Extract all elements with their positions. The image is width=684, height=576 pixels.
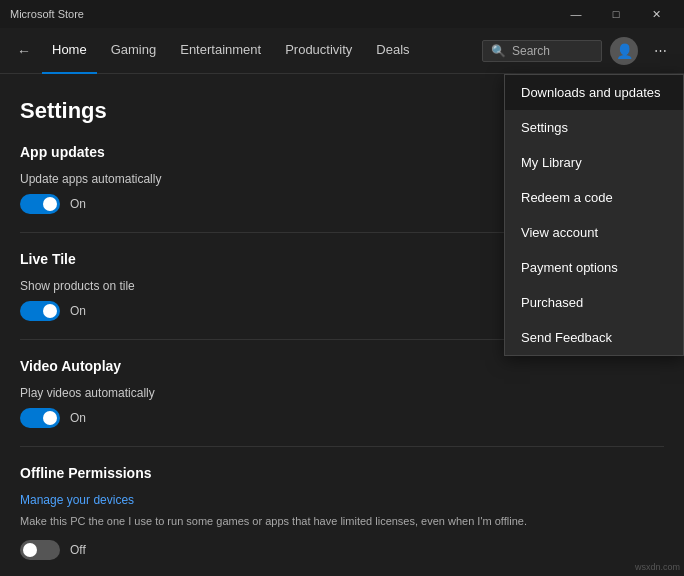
dropdown-settings[interactable]: Settings — [505, 110, 683, 145]
search-label: Search — [512, 44, 550, 58]
dropdown-menu: Downloads and updates Settings My Librar… — [504, 74, 684, 356]
nav-home[interactable]: Home — [42, 28, 97, 74]
section-video-autoplay: Video Autoplay Play videos automatically… — [20, 358, 664, 428]
dropdown-my-library[interactable]: My Library — [505, 145, 683, 180]
nav-right: 🔍 Search 👤 ⋯ — [482, 37, 674, 65]
minimize-button[interactable]: — — [556, 0, 596, 28]
main: Settings App updates Update apps automat… — [0, 74, 684, 576]
divider-3 — [20, 446, 664, 447]
search-icon: 🔍 — [491, 44, 506, 58]
back-button[interactable]: ← — [10, 37, 38, 65]
dropdown-redeem-code[interactable]: Redeem a code — [505, 180, 683, 215]
live-tile-toggle[interactable] — [20, 301, 60, 321]
video-autoplay-toggle-label: On — [70, 411, 86, 425]
titlebar: Microsoft Store — □ ✕ — [0, 0, 684, 28]
nav-links: Home Gaming Entertainment Productivity D… — [42, 28, 482, 74]
maximize-button[interactable]: □ — [596, 0, 636, 28]
titlebar-controls: — □ ✕ — [556, 0, 676, 28]
dropdown-send-feedback[interactable]: Send Feedback — [505, 320, 683, 355]
offline-permissions-toggle-row: Off — [20, 540, 664, 560]
navbar: ← Home Gaming Entertainment Productivity… — [0, 28, 684, 74]
dropdown-downloads-updates[interactable]: Downloads and updates — [505, 75, 683, 110]
video-autoplay-title: Video Autoplay — [20, 358, 664, 374]
manage-devices-link[interactable]: Manage your devices — [20, 493, 664, 507]
nav-entertainment[interactable]: Entertainment — [170, 28, 271, 74]
watermark: wsxdn.com — [635, 562, 680, 572]
app-updates-toggle-label: On — [70, 197, 86, 211]
video-autoplay-label: Play videos automatically — [20, 386, 664, 400]
avatar[interactable]: 👤 — [610, 37, 638, 65]
video-autoplay-toggle[interactable] — [20, 408, 60, 428]
dropdown-payment-options[interactable]: Payment options — [505, 250, 683, 285]
close-button[interactable]: ✕ — [636, 0, 676, 28]
titlebar-title: Microsoft Store — [10, 8, 84, 20]
more-button[interactable]: ⋯ — [646, 37, 674, 65]
dropdown-purchased[interactable]: Purchased — [505, 285, 683, 320]
section-offline-permissions: Offline Permissions Manage your devices … — [20, 465, 664, 560]
offline-permissions-description: Make this PC the one I use to run some g… — [20, 513, 664, 530]
video-autoplay-toggle-row: On — [20, 408, 664, 428]
search-bar[interactable]: 🔍 Search — [482, 40, 602, 62]
nav-gaming[interactable]: Gaming — [101, 28, 167, 74]
offline-permissions-title: Offline Permissions — [20, 465, 664, 481]
nav-deals[interactable]: Deals — [366, 28, 419, 74]
app-updates-toggle[interactable] — [20, 194, 60, 214]
offline-permissions-toggle[interactable] — [20, 540, 60, 560]
offline-permissions-toggle-label: Off — [70, 543, 86, 557]
dropdown-view-account[interactable]: View account — [505, 215, 683, 250]
nav-productivity[interactable]: Productivity — [275, 28, 362, 74]
live-tile-toggle-label: On — [70, 304, 86, 318]
